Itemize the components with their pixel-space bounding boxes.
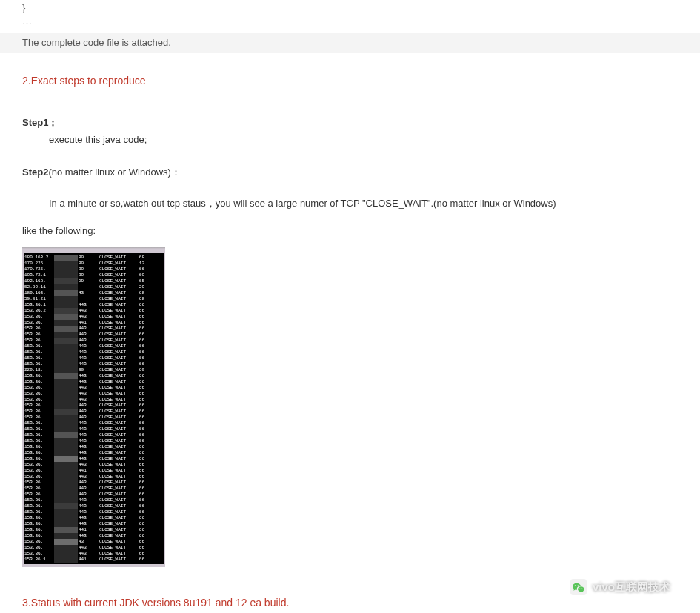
terminal-row: 153.36.443CLOSE_WAIT66 (24, 326, 163, 332)
terminal-row: 153.36.443CLOSE_WAIT66 (24, 397, 163, 403)
terminal-titlebar-shadow (22, 247, 165, 249)
terminal-row: 153.36.443CLOSE_WAIT66 (24, 338, 163, 344)
terminal-row: 153.36.443CLOSE_WAIT66 (24, 486, 163, 492)
terminal-row: 153.36.443CLOSE_WAIT66 (24, 533, 163, 539)
terminal-row: 153.36.443CLOSE_WAIT66 (24, 474, 163, 480)
terminal-row: 52.80.11CLOSE_WAIT20 (24, 284, 163, 290)
code-snippet-line: } (22, 2, 678, 13)
terminal-row: 153.36.443CLOSE_WAIT66 (24, 444, 163, 450)
terminal-row: 220.18.80CLOSE_WAIT60 (24, 367, 163, 373)
terminal-row: 153.36.441CLOSE_WAIT66 (24, 468, 163, 474)
terminal-screenshot: 180.163.280CLOSE_WAIT68170.225.80CLOSE_W… (22, 247, 165, 567)
terminal-row: 153.36.443CLOSE_WAIT66 (24, 503, 163, 509)
terminal-row: 153.36.443CLOSE_WAIT66 (24, 409, 163, 415)
terminal-row: 180.163.280CLOSE_WAIT68 (24, 255, 163, 261)
terminal-row: 153.36.441CLOSE_WAIT66 (24, 527, 163, 533)
terminal-row: 192.168.99CLOSE_WAIT65 (24, 278, 163, 284)
terminal-row: 153.36.43CLOSE_WAIT66 (24, 539, 163, 545)
terminal-row: 153.36.443CLOSE_WAIT66 (24, 492, 163, 498)
terminal-row: 153.36.443CLOSE_WAIT66 (24, 438, 163, 444)
terminal-row: 153.36.443CLOSE_WAIT66 (24, 509, 163, 515)
terminal-row: 153.36.443CLOSE_WAIT66 (24, 480, 163, 486)
terminal-row: 153.36.1441CLOSE_WAIT66 (24, 557, 163, 563)
terminal-row: 153.36.443CLOSE_WAIT66 (24, 450, 163, 456)
step-2-rest: (no matter linux or Windows)： (48, 167, 180, 178)
terminal-row: 153.36.443CLOSE_WAIT66 (24, 373, 163, 379)
terminal-row: 153.36.443CLOSE_WAIT66 (24, 355, 163, 361)
terminal-row: 153.36.443CLOSE_WAIT66 (24, 545, 163, 551)
terminal-row: 153.36.443CLOSE_WAIT66 (24, 515, 163, 521)
terminal-row: 153.36.443CLOSE_WAIT66 (24, 421, 163, 426)
terminal-row: 153.36.441CLOSE_WAIT66 (24, 320, 163, 326)
terminal-row: 103.72.180CLOSE_WAIT60 (24, 272, 163, 278)
terminal-row: 153.36.443CLOSE_WAIT66 (24, 391, 163, 397)
terminal-output: 180.163.280CLOSE_WAIT68170.225.80CLOSE_W… (24, 253, 164, 564)
terminal-row: 153.36.443CLOSE_WAIT66 (24, 385, 163, 391)
terminal-row: 153.36.443CLOSE_WAIT66 (24, 344, 163, 349)
terminal-row: 153.36.443CLOSE_WAIT66 (24, 403, 163, 409)
step-1-label: Step1： (22, 117, 58, 128)
step-2-body: In a minute or so,watch out tcp staus，yo… (49, 197, 678, 210)
terminal-row: 153.36.443CLOSE_WAIT66 (24, 349, 163, 355)
attachment-note: The complete code file is attached. (0, 33, 700, 53)
section-3-title: 3.Status with current JDK versions 8u191… (22, 597, 678, 609)
step-2: Step2(no matter linux or Windows)： (22, 166, 678, 179)
terminal-row: 153.36.443CLOSE_WAIT66 (24, 332, 163, 338)
terminal-row: 170.725.80CLOSE_WAIT66 (24, 267, 163, 272)
terminal-row: 153.36.443CLOSE_WAIT66 (24, 551, 163, 557)
terminal-row: 153.36.443CLOSE_WAIT66 (24, 314, 163, 320)
step-1-body: execute this java code; (49, 134, 678, 145)
step-2-label: Step2 (22, 167, 48, 178)
terminal-row: 153.36.2443CLOSE_WAIT66 (24, 308, 163, 314)
terminal-row: 153.36.443CLOSE_WAIT66 (24, 426, 163, 432)
code-snippet-ellipsis: … (22, 16, 678, 27)
step-1: Step1： execute this java code; (22, 116, 678, 145)
terminal-row: 153.36.1443CLOSE_WAIT66 (24, 302, 163, 308)
terminal-row: 180.163.43CLOSE_WAIT68 (24, 290, 163, 296)
terminal-row: 153.36.443CLOSE_WAIT66 (24, 415, 163, 421)
terminal-row: 153.36.443CLOSE_WAIT66 (24, 432, 163, 438)
terminal-row: 59.81.21CLOSE_WAIT68 (24, 296, 163, 302)
terminal-row: 170.225.80CLOSE_WAIT12 (24, 261, 163, 267)
terminal-row: 153.36.443CLOSE_WAIT66 (24, 361, 163, 367)
terminal-row: 153.36.443CLOSE_WAIT66 (24, 521, 163, 527)
like-following-text: like the following: (22, 225, 678, 236)
terminal-row: 153.36.443CLOSE_WAIT66 (24, 498, 163, 503)
terminal-row: 153.36.443CLOSE_WAIT66 (24, 379, 163, 385)
terminal-row: 153.36.443CLOSE_WAIT66 (24, 456, 163, 462)
terminal-row: 153.36.443CLOSE_WAIT66 (24, 462, 163, 468)
article-body: } … The complete code file is attached. … (0, 2, 700, 613)
section-2-title: 2.Exact steps to reproduce (22, 75, 678, 87)
